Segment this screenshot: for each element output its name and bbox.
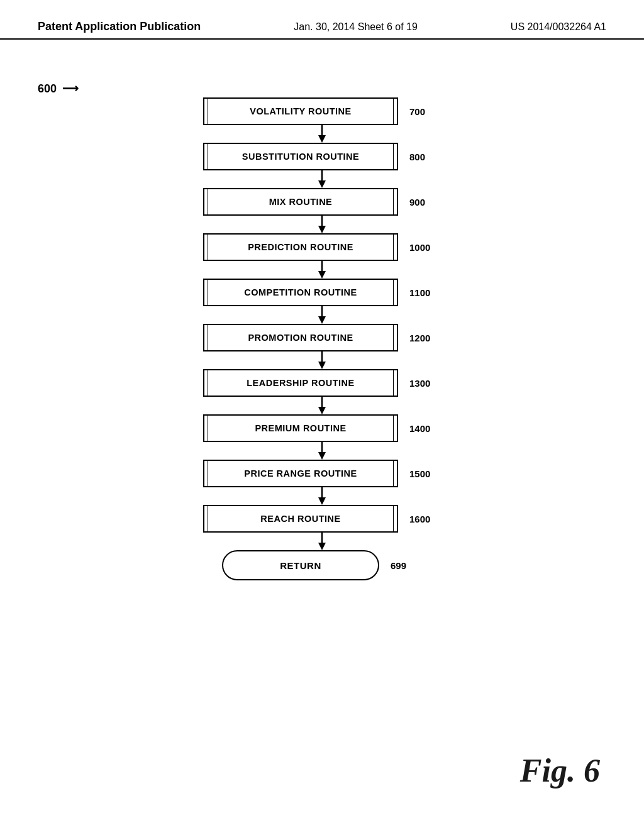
ref-prediction: 1000 bbox=[409, 242, 441, 253]
ref-volatility: 700 bbox=[409, 106, 441, 117]
svg-marker-19 bbox=[318, 543, 326, 550]
box-competition-label: COMPETITION ROUTINE bbox=[244, 287, 357, 297]
svg-marker-9 bbox=[318, 316, 326, 324]
flow-item-return: RETURN 699 bbox=[222, 550, 422, 580]
box-volatility: VOLATILITY ROUTINE bbox=[203, 97, 398, 125]
publication-label: Patent Application Publication bbox=[38, 20, 201, 33]
flow-item-leadership: LEADERSHIP ROUTINE 1300 bbox=[203, 369, 441, 397]
box-return: RETURN bbox=[222, 550, 379, 580]
box-mix-label: MIX ROUTINE bbox=[269, 197, 333, 207]
arrow-7 bbox=[225, 397, 419, 414]
arrow-8 bbox=[225, 442, 419, 460]
fig-arrow-icon: ⟶ bbox=[62, 82, 79, 96]
ref-premium: 1400 bbox=[409, 423, 441, 434]
box-return-label: RETURN bbox=[280, 560, 321, 571]
fig-number-text: 600 bbox=[38, 82, 57, 95]
box-leadership: LEADERSHIP ROUTINE bbox=[203, 369, 398, 397]
box-price-range: PRICE RANGE ROUTINE bbox=[203, 460, 398, 487]
flow-item-promotion: PROMOTION ROUTINE 1200 bbox=[203, 324, 441, 351]
flow-item-volatility: VOLATILITY ROUTINE 700 bbox=[203, 97, 441, 125]
svg-marker-1 bbox=[318, 135, 326, 143]
svg-marker-17 bbox=[318, 497, 326, 505]
flow-item-prediction: PREDICTION ROUTINE 1000 bbox=[203, 233, 441, 261]
publication-date: Jan. 30, 2014 Sheet 6 of 19 bbox=[294, 21, 418, 33]
ref-leadership: 1300 bbox=[409, 378, 441, 389]
box-premium: PREMIUM ROUTINE bbox=[203, 414, 398, 442]
box-volatility-label: VOLATILITY ROUTINE bbox=[250, 106, 352, 116]
arrow-5 bbox=[225, 306, 419, 324]
box-premium-label: PREMIUM ROUTINE bbox=[255, 423, 346, 433]
arrow-9 bbox=[225, 487, 419, 505]
ref-price-range: 1500 bbox=[409, 468, 441, 479]
box-leadership-label: LEADERSHIP ROUTINE bbox=[247, 378, 354, 388]
flow-item-reach: REACH ROUTINE 1600 bbox=[203, 505, 441, 533]
svg-marker-3 bbox=[318, 180, 326, 188]
box-substitution-label: SUBSTITUTION ROUTINE bbox=[242, 152, 359, 162]
ref-mix: 900 bbox=[409, 197, 441, 208]
flow-item-substitution: SUBSTITUTION ROUTINE 800 bbox=[203, 143, 441, 170]
box-promotion: PROMOTION ROUTINE bbox=[203, 324, 398, 351]
flow-item-price-range: PRICE RANGE ROUTINE 1500 bbox=[203, 460, 441, 487]
box-mix: MIX ROUTINE bbox=[203, 188, 398, 216]
flow-item-competition: COMPETITION ROUTINE 1100 bbox=[203, 279, 441, 306]
ref-return: 699 bbox=[391, 560, 422, 571]
svg-marker-11 bbox=[318, 362, 326, 369]
arrow-1 bbox=[225, 125, 419, 143]
arrow-4 bbox=[225, 261, 419, 279]
svg-marker-15 bbox=[318, 452, 326, 460]
arrow-2 bbox=[225, 170, 419, 188]
flow-item-premium: PREMIUM ROUTINE 1400 bbox=[203, 414, 441, 442]
box-reach-label: REACH ROUTINE bbox=[260, 514, 340, 524]
flowchart-diagram: VOLATILITY ROUTINE 700 SUBSTITUTION ROUT… bbox=[0, 97, 644, 580]
figure-reference-label: 600 ⟶ bbox=[38, 82, 79, 96]
box-competition: COMPETITION ROUTINE bbox=[203, 279, 398, 306]
ref-competition: 1100 bbox=[409, 287, 441, 298]
box-substitution: SUBSTITUTION ROUTINE bbox=[203, 143, 398, 170]
arrow-10 bbox=[225, 533, 419, 550]
ref-promotion: 1200 bbox=[409, 333, 441, 343]
svg-marker-5 bbox=[318, 226, 326, 233]
ref-reach: 1600 bbox=[409, 514, 441, 524]
page-header: Patent Application Publication Jan. 30, … bbox=[0, 0, 644, 40]
box-prediction-label: PREDICTION ROUTINE bbox=[248, 242, 353, 252]
flow-item-mix: MIX ROUTINE 900 bbox=[203, 188, 441, 216]
patent-number: US 2014/0032264 A1 bbox=[511, 21, 606, 33]
arrow-6 bbox=[225, 351, 419, 369]
box-reach: REACH ROUTINE bbox=[203, 505, 398, 533]
box-price-range-label: PRICE RANGE ROUTINE bbox=[244, 468, 357, 479]
svg-marker-7 bbox=[318, 271, 326, 279]
box-promotion-label: PROMOTION ROUTINE bbox=[248, 333, 353, 343]
fig-caption-text: Fig. 6 bbox=[520, 753, 600, 788]
svg-marker-13 bbox=[318, 407, 326, 414]
figure-caption: Fig. 6 bbox=[520, 752, 600, 789]
arrow-3 bbox=[225, 216, 419, 233]
box-prediction: PREDICTION ROUTINE bbox=[203, 233, 398, 261]
ref-substitution: 800 bbox=[409, 152, 441, 162]
